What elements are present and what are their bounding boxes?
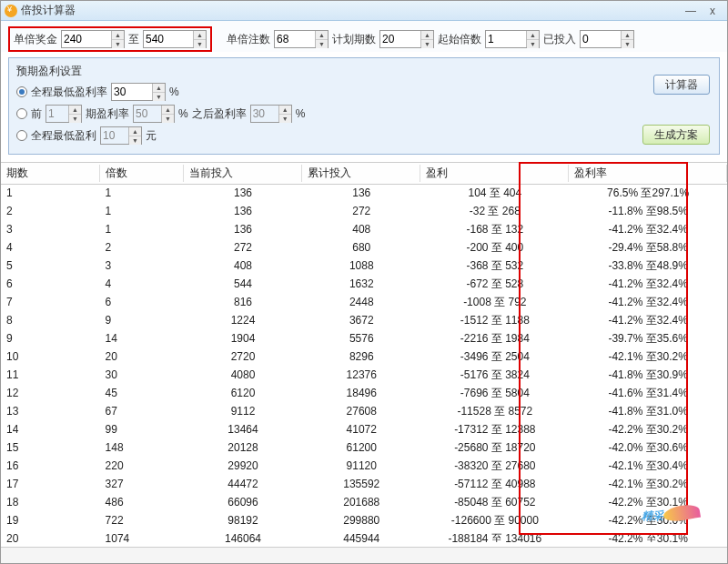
panel-title: 预期盈利设置 [16,64,712,79]
col-multiplier[interactable]: 倍数 [100,163,184,185]
table-row[interactable]: 1848666096201688-85048 至 60752-42.2% 至30… [1,494,727,512]
table-row[interactable]: 8912243672-1512 至 1188-41.2% 至32.4% [1,312,727,330]
down-icon[interactable]: ▼ [112,40,124,48]
table-row[interactable]: 1367911227608-11528 至 8572-41.8% 至31.0% [1,403,727,421]
col-profit[interactable]: 盈利 [420,163,569,185]
col-cumulative[interactable]: 累计投入 [302,163,420,185]
app-icon [5,5,17,17]
statusbar [1,547,727,563]
prize-from-input[interactable] [62,31,111,47]
table-row[interactable]: 11136136104 至 40476.5% 至297.1% [1,185,727,203]
up-icon[interactable]: ▲ [112,31,124,40]
generate-button[interactable]: 生成方案 [642,125,710,145]
col-period[interactable]: 期数 [1,163,100,185]
table-row[interactable]: 31136408-168 至 132-41.2% 至32.4% [1,221,727,239]
table-row[interactable]: 14991346441072-17312 至 12388-42.2% 至30.2… [1,421,727,439]
col-current[interactable]: 当前投入 [184,163,302,185]
table-row[interactable]: 162202992091120-38320 至 27680-42.1% 至30.… [1,458,727,476]
titlebar: 倍投计算器 — x [1,1,727,21]
table-row[interactable]: 91419045576-2216 至 1984-39.7% 至35.6% [1,330,727,348]
profit-settings-panel: 预期盈利设置 全程最低盈利率 ▲▼ % 前 ▲▼ 期盈利率 ▲▼ % 之后盈利率… [8,57,720,155]
prize-to-input[interactable] [144,31,193,47]
minimize-button[interactable]: — [680,5,702,17]
results-table: 期数 倍数 当前投入 累计投入 盈利 盈利率 11136136104 至 404… [1,162,727,542]
prize-to-spinner[interactable]: ▲▼ [143,30,207,48]
invested-label: 已投入 [543,32,576,47]
results-table-wrap: 期数 倍数 当前投入 累计投入 盈利 盈利率 11136136104 至 404… [1,162,727,542]
radio-min-rate[interactable] [16,86,27,97]
window-title: 倍投计算器 [21,3,680,18]
table-row[interactable]: 1972298192299880-126600 至 90000-42.2% 至3… [1,512,727,530]
table-row[interactable]: 1245612018496-7696 至 5804-41.6% 至31.4% [1,385,727,403]
table-row[interactable]: 768162448-1008 至 792-41.2% 至32.4% [1,294,727,312]
radio-min-profit[interactable] [16,130,27,141]
table-row[interactable]: 102027208296-3496 至 2504-42.1% 至30.2% [1,348,727,367]
single-bets-spinner[interactable]: ▲▼ [274,30,329,48]
plan-periods-label: 计划期数 [332,32,376,47]
prize-from-spinner[interactable]: ▲▼ [61,30,125,48]
table-row[interactable]: 201074146064445944-188184 至 134016-42.2%… [1,530,727,543]
to-label: 至 [128,32,139,47]
close-button[interactable]: x [702,5,723,17]
radio-split-rate[interactable] [16,108,27,119]
start-mult-spinner[interactable]: ▲▼ [485,30,540,48]
table-row[interactable]: 534081088-368 至 532-33.8% 至48.9% [1,257,727,276]
single-bets-label: 单倍注数 [227,32,270,47]
single-prize-label: 单倍奖金 [14,32,57,47]
table-row[interactable]: 645441632-672 至 528-41.2% 至32.4% [1,276,727,294]
col-profit-rate[interactable]: 盈利率 [569,163,727,185]
plan-periods-spinner[interactable]: ▲▼ [379,30,434,48]
prize-range-highlight: 单倍奖金 ▲▼ 至 ▲▼ [8,26,212,52]
start-mult-label: 起始倍数 [438,32,481,47]
calculator-button[interactable]: 计算器 [653,75,710,95]
table-row[interactable]: 1732744472135592-57112 至 40988-42.1% 至30… [1,476,727,494]
invested-spinner[interactable]: ▲▼ [580,30,634,48]
toolbar: 单倍奖金 ▲▼ 至 ▲▼ 单倍注数 ▲▼ 计划期数 ▲▼ 起始倍数 ▲▼ 已投入… [1,21,727,52]
table-row[interactable]: 42272680-200 至 400-29.4% 至58.8% [1,239,727,257]
table-row[interactable]: 1130408012376-5176 至 3824-41.8% 至30.9% [1,367,727,385]
table-row[interactable]: 21136272-32 至 268-11.8% 至98.5% [1,203,727,221]
table-row[interactable]: 151482012861200-25680 至 18720-42.0% 至30.… [1,439,727,458]
